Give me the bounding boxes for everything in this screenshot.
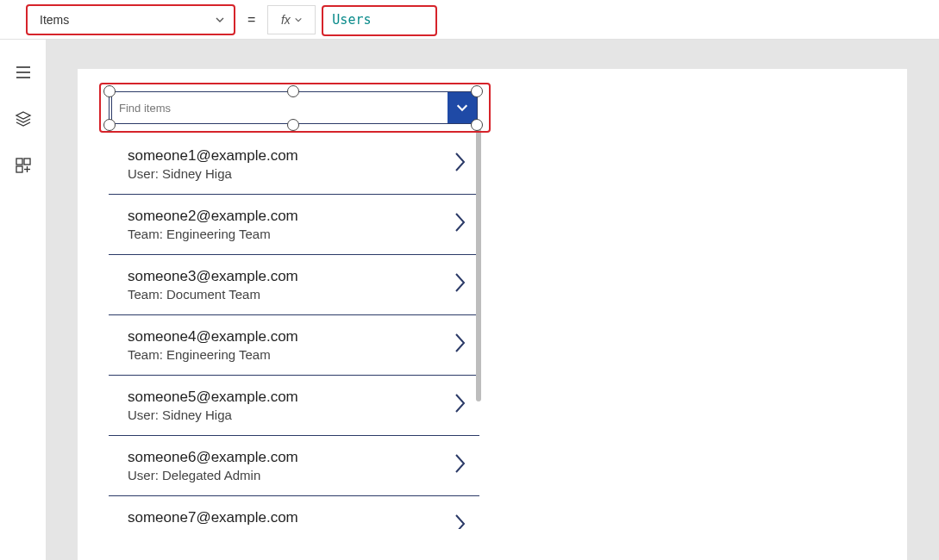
property-name: Items bbox=[40, 13, 69, 27]
row-email: someone4@example.com bbox=[128, 328, 298, 345]
row-subtitle: User: Sidney Higa bbox=[128, 166, 298, 181]
resize-handle[interactable] bbox=[471, 85, 483, 97]
resize-handle[interactable] bbox=[287, 85, 299, 97]
row-email: someone7@example.com bbox=[128, 509, 298, 526]
resize-handle[interactable] bbox=[287, 119, 299, 131]
left-rail bbox=[0, 40, 47, 560]
row-texts: someone1@example.comUser: Sidney Higa bbox=[128, 147, 298, 181]
formula-bar: Items = fx Users bbox=[0, 0, 939, 40]
row-texts: someone7@example.comUser: Robert Lyon bbox=[128, 509, 298, 529]
list-item[interactable]: someone4@example.comTeam: Engineering Te… bbox=[109, 315, 479, 376]
row-subtitle: User: Sidney Higa bbox=[128, 408, 298, 422]
chevron-right-icon[interactable] bbox=[454, 513, 467, 530]
canvas-area: Find items someone1@example.comUser: Sid… bbox=[47, 40, 939, 560]
workspace: Find items someone1@example.comUser: Sid… bbox=[0, 40, 939, 560]
fx-label: fx bbox=[281, 13, 291, 27]
row-subtitle: Team: Document Team bbox=[128, 287, 298, 302]
layers-icon[interactable] bbox=[15, 110, 32, 128]
svg-rect-6 bbox=[16, 166, 22, 172]
row-subtitle: User: Delegated Admin bbox=[128, 468, 298, 482]
formula-input[interactable]: Users bbox=[316, 5, 929, 34]
scrollbar-thumb[interactable] bbox=[476, 126, 481, 401]
equals-sign: = bbox=[247, 12, 255, 28]
row-subtitle: Team: Engineering Team bbox=[128, 347, 298, 362]
chevron-right-icon[interactable] bbox=[454, 452, 467, 480]
svg-marker-3 bbox=[16, 112, 30, 119]
row-subtitle: Team: Engineering Team bbox=[128, 227, 298, 241]
row-email: someone1@example.com bbox=[128, 147, 298, 165]
formula-text: Users bbox=[323, 12, 371, 28]
row-subtitle: User: Robert Lyon bbox=[128, 528, 298, 529]
hamburger-icon[interactable] bbox=[15, 64, 32, 81]
resize-handle[interactable] bbox=[103, 119, 116, 131]
chevron-right-icon[interactable] bbox=[454, 332, 467, 359]
row-texts: someone2@example.comTeam: Engineering Te… bbox=[128, 208, 298, 241]
chevron-right-icon[interactable] bbox=[454, 392, 467, 420]
chevron-right-icon[interactable] bbox=[454, 271, 467, 299]
list-item[interactable]: someone3@example.comTeam: Document Team bbox=[109, 255, 479, 315]
row-email: someone5@example.com bbox=[128, 389, 298, 406]
svg-rect-5 bbox=[24, 159, 30, 165]
gallery-list[interactable]: someone1@example.comUser: Sidney Higasom… bbox=[109, 124, 479, 529]
row-email: someone6@example.com bbox=[128, 449, 298, 466]
combobox-chevron[interactable] bbox=[448, 92, 477, 123]
list-item[interactable]: someone2@example.comTeam: Engineering Te… bbox=[109, 195, 479, 255]
row-email: someone3@example.com bbox=[128, 268, 298, 285]
row-email: someone2@example.com bbox=[128, 208, 298, 225]
row-texts: someone3@example.comTeam: Document Team bbox=[128, 268, 298, 302]
combobox-placeholder: Find items bbox=[111, 92, 448, 123]
chevron-down-icon bbox=[294, 16, 303, 24]
svg-rect-4 bbox=[16, 159, 22, 165]
chevron-right-icon[interactable] bbox=[454, 151, 467, 178]
fx-button[interactable]: fx bbox=[267, 5, 316, 34]
row-texts: someone5@example.comUser: Sidney Higa bbox=[128, 389, 298, 422]
resize-handle[interactable] bbox=[471, 119, 483, 131]
list-item[interactable]: someone5@example.comUser: Sidney Higa bbox=[109, 376, 479, 436]
resize-handle[interactable] bbox=[103, 85, 116, 97]
chevron-down-icon bbox=[215, 15, 225, 25]
apps-icon[interactable] bbox=[15, 157, 32, 174]
row-texts: someone4@example.comTeam: Engineering Te… bbox=[128, 328, 298, 362]
row-texts: someone6@example.comUser: Delegated Admi… bbox=[128, 449, 298, 482]
list-item[interactable]: someone1@example.comUser: Sidney Higa bbox=[109, 134, 479, 195]
list-item[interactable]: someone7@example.comUser: Robert Lyon bbox=[109, 496, 479, 529]
chevron-down-icon bbox=[455, 101, 469, 115]
property-selector[interactable]: Items bbox=[26, 4, 235, 35]
list-item[interactable]: someone6@example.comUser: Delegated Admi… bbox=[109, 436, 479, 496]
chevron-right-icon[interactable] bbox=[454, 211, 467, 239]
